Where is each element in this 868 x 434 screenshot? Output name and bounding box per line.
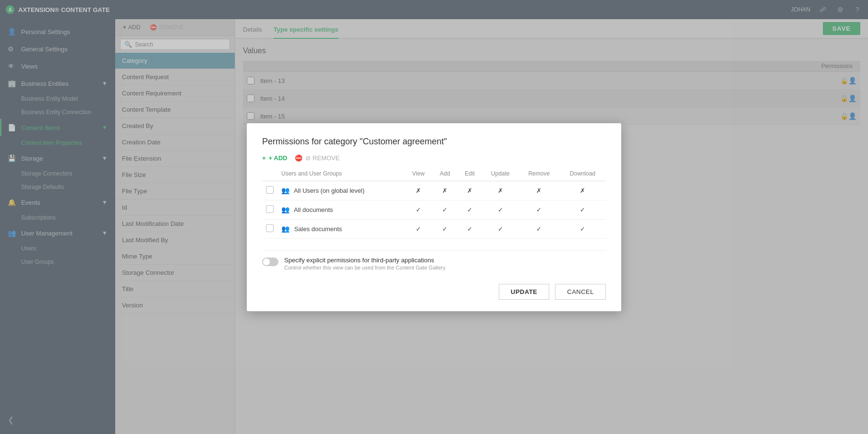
remove-icon: ⛔	[295, 154, 302, 162]
add-cell: ✗	[433, 181, 458, 200]
col-update: Update	[482, 167, 518, 181]
row-checkbox-cell	[262, 200, 277, 219]
user-group-cell: 👥 Sales documents	[277, 219, 404, 238]
view-cell: ✓	[404, 200, 432, 219]
col-download: Download	[559, 167, 606, 181]
users-icon: 👥	[281, 225, 289, 233]
permissions-table: Users and User Groups View Add Edit Upda…	[262, 167, 606, 239]
modal-add-button[interactable]: + + ADD	[262, 154, 287, 162]
table-body: 👥 All Users (on global level) ✗ ✗ ✗ ✗ ✗ …	[262, 181, 606, 238]
col-view: View	[404, 167, 432, 181]
users-icon: 👥	[281, 187, 289, 194]
download-cell: ✗	[559, 181, 606, 200]
edit-cell: ✗	[458, 181, 482, 200]
select-all-header	[262, 167, 277, 181]
user-group-cell: 👥 All Users (on global level)	[277, 181, 404, 200]
cancel-button[interactable]: CANCEL	[555, 284, 606, 300]
third-party-toggle-row: Specify explicit permissions for third-p…	[262, 250, 606, 276]
third-party-toggle[interactable]	[262, 258, 278, 266]
update-button[interactable]: UPDATE	[499, 284, 549, 300]
table-row-all-documents: 👥 All documents ✓ ✓ ✓ ✓ ✓ ✓	[262, 200, 606, 219]
download-cell: ✓	[559, 200, 606, 219]
col-add: Add	[433, 167, 458, 181]
add-cell: ✓	[433, 200, 458, 219]
update-cell: ✓	[482, 219, 518, 238]
modal-remove-button[interactable]: ⛔ ⊘ REMOVE	[295, 154, 339, 162]
row-checkbox[interactable]	[266, 205, 274, 213]
row-checkbox[interactable]	[266, 224, 274, 232]
add-cell: ✓	[433, 219, 458, 238]
edit-cell: ✓	[458, 200, 482, 219]
modal-footer: UPDATE CANCEL	[262, 284, 606, 300]
edit-cell: ✓	[458, 219, 482, 238]
row-checkbox[interactable]	[266, 186, 274, 194]
modal-toolbar: + + ADD ⛔ ⊘ REMOVE	[262, 154, 606, 162]
toggle-sublabel: Control whether this view can be used fr…	[284, 265, 446, 270]
toggle-label: Specify explicit permissions for third-p…	[284, 257, 446, 264]
row-checkbox-cell	[262, 181, 277, 200]
col-remove: Remove	[518, 167, 559, 181]
col-edit: Edit	[458, 167, 482, 181]
col-users-groups: Users and User Groups	[277, 167, 404, 181]
plus-icon: +	[262, 154, 266, 162]
users-icon: 👥	[281, 206, 289, 213]
user-group-cell: 👥 All documents	[277, 200, 404, 219]
table-row-all-users: 👥 All Users (on global level) ✗ ✗ ✗ ✗ ✗ …	[262, 181, 606, 200]
update-cell: ✓	[482, 200, 518, 219]
permissions-modal: Permissions for category "Customer agree…	[247, 123, 621, 311]
update-cell: ✗	[482, 181, 518, 200]
view-cell: ✓	[404, 219, 432, 238]
remove-cell: ✓	[518, 219, 559, 238]
table-header: Users and User Groups View Add Edit Upda…	[262, 167, 606, 181]
remove-cell: ✓	[518, 200, 559, 219]
download-cell: ✓	[559, 219, 606, 238]
table-row-sales-documents: 👥 Sales documents ✓ ✓ ✓ ✓ ✓ ✓	[262, 219, 606, 238]
view-cell: ✗	[404, 181, 432, 200]
modal-title: Permissions for category "Customer agree…	[262, 137, 606, 147]
modal-overlay: Permissions for category "Customer agree…	[0, 0, 868, 434]
remove-cell: ✗	[518, 181, 559, 200]
row-checkbox-cell	[262, 219, 277, 238]
toggle-text-block: Specify explicit permissions for third-p…	[284, 257, 446, 270]
